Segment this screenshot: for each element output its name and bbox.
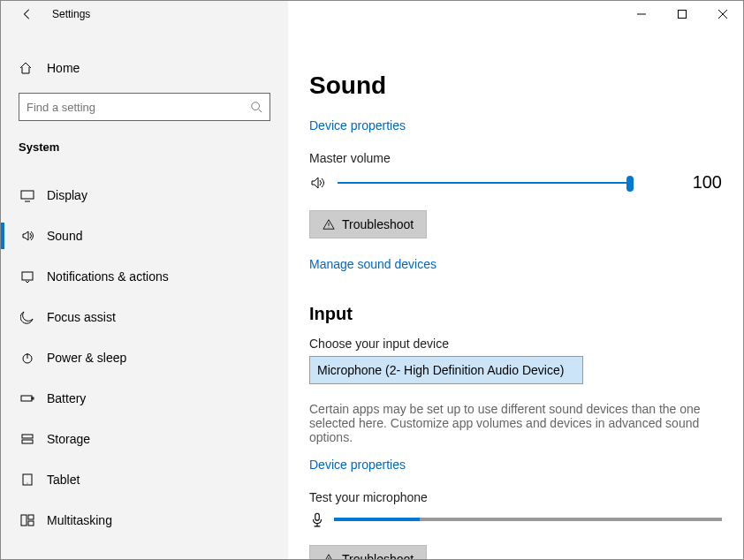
display-icon xyxy=(19,188,36,202)
sidebar-item-label: Focus assist xyxy=(47,310,116,324)
sidebar-item-label: Notifications & actions xyxy=(47,269,169,284)
page-title: Sound xyxy=(309,72,722,100)
warning-icon xyxy=(323,553,335,559)
slider-thumb[interactable] xyxy=(626,176,634,192)
svg-rect-12 xyxy=(28,521,34,526)
svg-point-9 xyxy=(27,483,28,484)
sidebar-item-power[interactable]: Power & sleep xyxy=(1,337,288,378)
troubleshoot-label: Troubleshoot xyxy=(342,217,414,231)
svg-point-0 xyxy=(252,102,260,110)
focus-icon xyxy=(19,310,36,324)
power-icon xyxy=(19,351,36,365)
sidebar-item-label: Tablet xyxy=(47,473,80,487)
svg-rect-10 xyxy=(21,515,27,526)
manage-sound-devices-link[interactable]: Manage sound devices xyxy=(309,257,437,271)
tablet-icon xyxy=(19,473,36,487)
sidebar-item-label: Storage xyxy=(47,432,90,446)
sidebar-item-label: Display xyxy=(47,188,87,202)
sidebar-item-multitasking[interactable]: Multitasking xyxy=(1,500,288,541)
svg-rect-5 xyxy=(32,397,34,399)
close-button[interactable] xyxy=(702,1,743,27)
sidebar-item-notifications[interactable]: Notifications & actions xyxy=(1,256,288,297)
svg-rect-1 xyxy=(21,191,34,199)
mic-level-fill xyxy=(334,518,420,521)
svg-rect-2 xyxy=(22,272,33,280)
sidebar-item-battery[interactable]: Battery xyxy=(1,378,288,419)
mic-level-bar xyxy=(334,518,722,521)
svg-rect-6 xyxy=(22,435,33,438)
input-header: Input xyxy=(309,304,722,324)
svg-rect-13 xyxy=(679,11,687,19)
volume-icon xyxy=(309,174,330,192)
search-input[interactable] xyxy=(27,101,250,114)
input-note: Certain apps may be set up to use differ… xyxy=(309,402,722,444)
multitasking-icon xyxy=(19,513,36,527)
minimize-button[interactable] xyxy=(621,1,662,27)
master-volume-value: 100 xyxy=(669,172,722,193)
svg-rect-11 xyxy=(28,515,34,519)
input-device-value: Microphone (2- High Definition Audio Dev… xyxy=(317,363,564,377)
sidebar-item-label: Battery xyxy=(47,391,86,405)
sidebar-item-storage[interactable]: Storage xyxy=(1,419,288,459)
storage-icon xyxy=(19,432,36,446)
choose-input-label: Choose your input device xyxy=(309,337,722,351)
search-icon xyxy=(250,101,262,113)
master-volume-label: Master volume xyxy=(309,151,722,165)
sidebar-item-label: Multitasking xyxy=(47,513,112,527)
device-properties-link-2[interactable]: Device properties xyxy=(309,458,406,472)
sidebar-item-sound[interactable]: Sound xyxy=(1,216,288,256)
sound-icon xyxy=(19,229,36,243)
troubleshoot-button-2[interactable]: Troubleshoot xyxy=(309,545,427,559)
svg-rect-7 xyxy=(22,440,33,443)
battery-icon xyxy=(19,391,36,405)
svg-rect-14 xyxy=(315,513,320,520)
master-volume-slider[interactable] xyxy=(338,182,630,184)
microphone-icon xyxy=(309,511,325,527)
input-device-select[interactable]: Microphone (2- High Definition Audio Dev… xyxy=(309,356,583,384)
sidebar-section: System xyxy=(1,128,288,159)
home-icon xyxy=(19,61,36,75)
sidebar-item-label: Sound xyxy=(47,229,82,243)
app-title: Settings xyxy=(52,8,90,20)
sidebar-item-display[interactable]: Display xyxy=(1,175,288,216)
sidebar-item-tablet[interactable]: Tablet xyxy=(1,459,288,500)
sidebar-item-focus[interactable]: Focus assist xyxy=(1,297,288,337)
notifications-icon xyxy=(19,269,36,284)
test-mic-label: Test your microphone xyxy=(309,490,722,504)
sidebar-item-label: Power & sleep xyxy=(47,351,126,365)
back-button[interactable] xyxy=(17,4,38,25)
search-input-wrap[interactable] xyxy=(19,93,270,121)
troubleshoot-button[interactable]: Troubleshoot xyxy=(309,210,427,238)
device-properties-link[interactable]: Device properties xyxy=(309,118,406,132)
nav-home-label: Home xyxy=(47,61,80,75)
maximize-button[interactable] xyxy=(662,1,702,27)
troubleshoot-label-2: Troubleshoot xyxy=(342,552,414,559)
nav-home[interactable]: Home xyxy=(1,54,288,82)
svg-rect-4 xyxy=(21,396,32,401)
warning-icon xyxy=(323,218,335,231)
